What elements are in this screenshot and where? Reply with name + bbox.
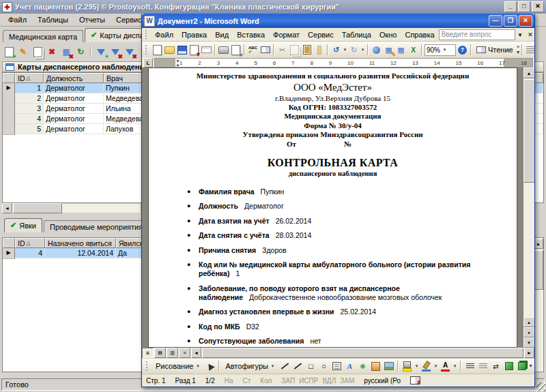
question-dropdown-icon[interactable]: ▾ <box>515 31 526 39</box>
insert-table-icon[interactable]: ▦ <box>395 44 407 56</box>
scroll-thumb[interactable] <box>13 203 62 213</box>
maximize-button[interactable]: □ <box>518 1 530 12</box>
next-page-icon[interactable]: ▼ <box>523 337 535 348</box>
edit-record-icon[interactable]: ✎ <box>17 46 29 58</box>
toolbar-grip[interactable] <box>145 30 149 40</box>
email-icon[interactable] <box>201 44 212 56</box>
help-icon[interactable]: ? <box>457 44 468 56</box>
menu-tables[interactable]: Таблицы <box>32 14 74 25</box>
tables-borders-icon[interactable]: ▦✎ <box>383 44 394 56</box>
oval-icon[interactable]: ○ <box>318 361 330 372</box>
delete-record-icon[interactable]: ✖ <box>46 46 58 58</box>
toolbar-options-icon[interactable]: ▾ <box>529 363 532 369</box>
fill-color-icon[interactable] <box>401 361 413 372</box>
spelling-status-icon[interactable] <box>410 376 420 385</box>
cut-icon[interactable]: ✂ <box>276 44 288 56</box>
horizontal-scrollbar[interactable]: ≣ ▤ ▥ ≡ ◄ ► <box>142 348 534 358</box>
threed-style-icon[interactable] <box>516 361 528 372</box>
scroll-left-icon[interactable]: ◄ <box>191 348 201 358</box>
menu-format[interactable]: Формат <box>269 29 304 40</box>
picture-icon[interactable] <box>383 361 394 372</box>
col-id[interactable]: ID△ <box>15 73 44 83</box>
menu-reports[interactable]: Отчеты <box>74 14 111 25</box>
tab-medical-card[interactable]: Медицинская карта <box>3 30 83 42</box>
copy-record-icon[interactable] <box>31 46 44 58</box>
rectangle-icon[interactable]: □ <box>305 361 317 372</box>
scroll-right-icon[interactable]: ► <box>524 348 534 358</box>
paste-icon[interactable] <box>301 44 313 56</box>
textbox-icon[interactable] <box>331 361 343 372</box>
new-document-icon[interactable] <box>152 44 163 56</box>
filter-add-icon[interactable]: + <box>95 46 107 58</box>
font-color-icon[interactable]: А <box>440 361 451 372</box>
scroll-thumb[interactable] <box>523 79 535 183</box>
copy-icon[interactable] <box>289 44 300 56</box>
status-rec[interactable]: ЗАП <box>281 377 295 385</box>
save-icon[interactable] <box>176 44 188 56</box>
close-button[interactable]: ✕ <box>519 15 532 27</box>
autoshapes-menu-button[interactable]: Автофигуры▾ <box>222 361 278 371</box>
wordart-icon[interactable]: А <box>344 361 356 372</box>
line-color-icon[interactable] <box>420 361 432 372</box>
drawing-menu-button[interactable]: Рисование▾ <box>153 361 203 371</box>
arrow-style-icon[interactable]: ⇄ <box>490 361 502 372</box>
close-button[interactable]: ✕ <box>532 1 544 12</box>
col-id[interactable]: ID△ <box>15 238 45 248</box>
maximize-button[interactable]: ❐ <box>504 15 517 27</box>
status-track[interactable]: ИСПР <box>299 377 318 385</box>
research-icon[interactable] <box>259 44 271 56</box>
list-icon[interactable] <box>525 44 534 56</box>
outline-view-icon[interactable]: ≡ <box>179 348 190 358</box>
delete-table-icon[interactable]: ▦✖ <box>60 46 72 58</box>
menu-file[interactable]: Файл <box>151 29 177 40</box>
read-button[interactable]: Чтение <box>474 45 516 55</box>
close-document-icon[interactable]: ✕ <box>526 31 536 39</box>
menu-table[interactable]: Таблица <box>338 29 375 40</box>
previous-page-icon[interactable]: ▲ <box>523 317 535 327</box>
insert-hyperlink-icon[interactable] <box>371 44 382 56</box>
ruler[interactable]: ▼▲ 1 2 3 4 5 6 7 8 9 10 11 12 13 14 15 <box>154 58 533 67</box>
add-record-icon[interactable]: + <box>3 46 15 58</box>
select-browse-object-icon[interactable]: ● <box>523 327 535 337</box>
ask-question-input[interactable]: Введите вопрос <box>439 29 515 40</box>
status-overtype[interactable]: ЗАМ <box>340 377 354 385</box>
tab-visits[interactable]: Явки <box>4 218 42 232</box>
menu-view[interactable]: Вид <box>211 29 233 40</box>
scroll-left-icon[interactable]: ◄ <box>2 203 12 213</box>
filter-clear-icon[interactable]: ✖ <box>124 46 136 58</box>
select-objects-icon[interactable] <box>204 361 216 372</box>
shadow-style-icon[interactable] <box>503 361 515 372</box>
dash-style-icon[interactable] <box>477 361 489 372</box>
undo-icon[interactable]: ↺ <box>330 44 342 56</box>
format-painter-icon[interactable] <box>313 44 325 56</box>
spelling-icon[interactable]: ABC✔ <box>247 44 259 56</box>
web-layout-icon[interactable]: ▤ <box>154 348 166 358</box>
insert-excel-icon[interactable]: X <box>407 44 419 56</box>
filter-remove-icon[interactable]: ✖ <box>109 46 121 58</box>
print-icon[interactable] <box>218 44 229 56</box>
menu-edit[interactable]: Правка <box>177 29 211 40</box>
line-style-icon[interactable] <box>464 361 476 372</box>
menu-window[interactable]: Окно <box>375 29 401 40</box>
col-position[interactable]: Должность <box>44 73 104 83</box>
tab-selector[interactable]: L <box>143 58 153 67</box>
col-appointed[interactable]: Назначено явиться <box>45 238 116 248</box>
minimize-button[interactable]: _ <box>504 1 517 12</box>
document-page[interactable]: Министерство здравоохранения и социально… <box>148 67 517 348</box>
refresh-icon[interactable]: ↻ <box>74 46 87 58</box>
line-icon[interactable] <box>279 361 291 372</box>
grid1-horizontal-scrollbar[interactable]: ◄ <box>2 204 140 213</box>
menu-file[interactable]: Файл <box>3 14 32 25</box>
scroll-up-icon[interactable]: ▲ <box>523 67 535 78</box>
resize-grip[interactable] <box>536 382 545 391</box>
undo-dropdown-icon[interactable]: ▾ <box>343 47 347 52</box>
redo-dropdown-icon[interactable]: ▾ <box>360 47 365 52</box>
permission-icon[interactable]: ▼ <box>188 44 200 56</box>
toolbar-options-icon[interactable]: »▾ <box>517 44 519 55</box>
scroll-thumb[interactable] <box>202 348 523 358</box>
vertical-scrollbar[interactable]: ▲ ▲ ● ▼ <box>523 67 534 348</box>
toolbar-grip[interactable] <box>146 361 149 371</box>
redo-icon[interactable]: ↻ <box>348 44 360 56</box>
print-layout-icon[interactable]: ▥ <box>167 348 178 358</box>
arrow-icon[interactable] <box>292 361 304 372</box>
